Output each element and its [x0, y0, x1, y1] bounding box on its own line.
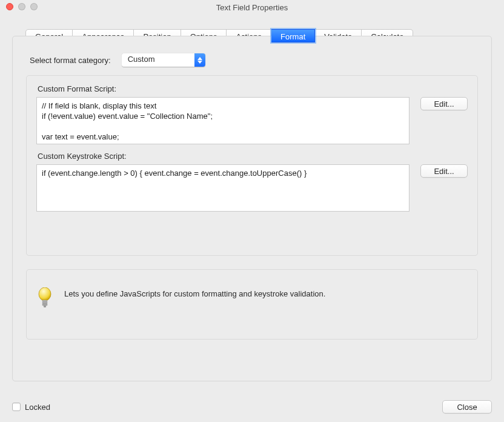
chevron-updown-icon	[194, 53, 205, 67]
format-category-label: Select format category:	[30, 56, 111, 65]
edit-format-script-button[interactable]: Edit...	[420, 97, 468, 110]
tab-format[interactable]: Format	[271, 29, 315, 42]
edit-keystroke-script-button[interactable]: Edit...	[420, 164, 468, 178]
format-script-label: Custom Format Script:	[38, 84, 468, 93]
svg-rect-3	[42, 304, 47, 306]
locked-row[interactable]: Locked	[12, 403, 50, 412]
window-controls	[6, 3, 38, 10]
minimize-window-icon	[18, 3, 25, 10]
footer: Locked Close	[0, 392, 504, 422]
keystroke-script-label: Custom Keystroke Script:	[38, 152, 468, 161]
format-category-value: Custom	[122, 53, 194, 67]
svg-rect-1	[42, 300, 47, 302]
window-title: Text Field Properties	[0, 3, 504, 12]
close-button[interactable]: Close	[442, 400, 492, 414]
content-area: Select format category: Custom Custom Fo…	[12, 36, 492, 381]
format-category-select[interactable]: Custom	[122, 53, 205, 67]
titlebar: Text Field Properties	[0, 0, 504, 15]
svg-rect-2	[42, 302, 47, 304]
format-category-row: Select format category: Custom	[30, 53, 478, 67]
scripts-panel: Custom Format Script: // If field is bla…	[26, 75, 478, 256]
keystroke-script-box[interactable]: if (event.change.length > 0) { event.cha…	[36, 164, 409, 212]
keystroke-script-row: if (event.change.length > 0) { event.cha…	[36, 164, 468, 212]
lightbulb-icon	[38, 287, 52, 309]
zoom-window-icon	[30, 3, 38, 10]
locked-checkbox[interactable]	[12, 403, 21, 411]
hint-panel: Lets you define JavaScripts for custom f…	[26, 269, 478, 340]
locked-label: Locked	[25, 403, 50, 412]
format-script-row: // If field is blank, display this text …	[36, 97, 468, 144]
close-window-icon[interactable]	[6, 3, 13, 10]
svg-rect-4	[44, 306, 46, 307]
svg-point-0	[39, 287, 51, 301]
hint-text: Lets you define JavaScripts for custom f…	[64, 281, 325, 298]
format-script-box[interactable]: // If field is blank, display this text …	[36, 97, 409, 144]
